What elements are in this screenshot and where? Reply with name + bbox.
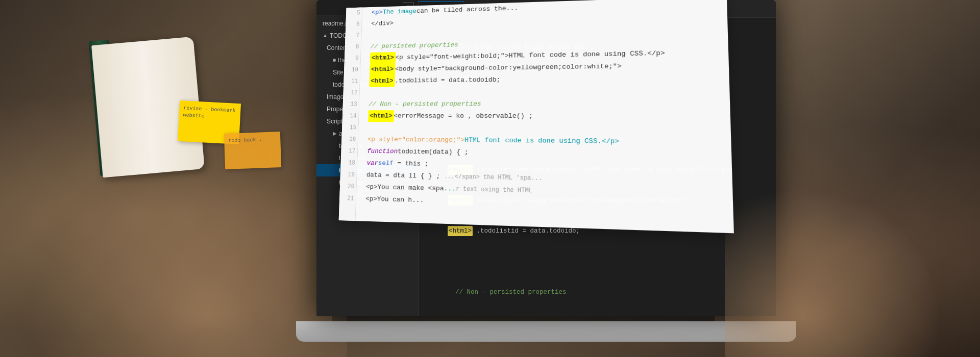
themes-dot — [333, 59, 336, 62]
tododb-arrow: ▲ — [323, 31, 328, 41]
overlay-line-13: // Non - persisted properties — [369, 97, 723, 111]
hand-right-overlay — [725, 153, 980, 357]
overlay-line-14: <html> <errorMessage = ko , observable()… — [368, 110, 724, 123]
sticky-note-1-text: revise - bookmark website — [183, 105, 235, 119]
sticky-note-2-text: todo back . — [228, 137, 262, 143]
app-arrow: ▶ — [333, 129, 337, 139]
sticky-note-2: todo back . — [224, 132, 281, 169]
overlay-code-content: <p>The image can be tiled across the... … — [360, 0, 733, 215]
hand-left-overlay — [0, 143, 347, 357]
overlay-code-panel: 5 6 7 8 9 10 11 12 13 14 15 16 17 18 19 … — [339, 0, 734, 233]
